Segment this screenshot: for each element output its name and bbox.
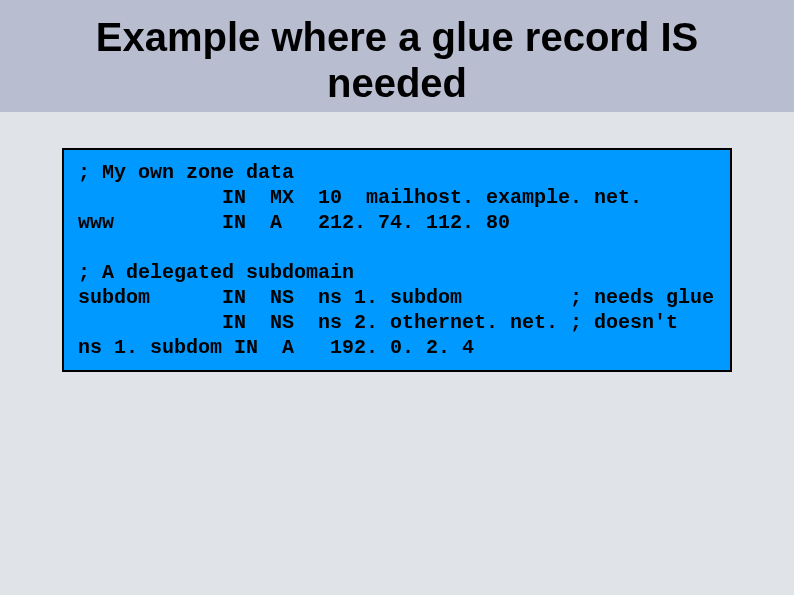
slide: Example where a glue record IS needed ; … — [0, 0, 794, 595]
code-line: IN MX 10 mailhost. example. net. — [78, 186, 642, 209]
title-band: Example where a glue record IS needed — [0, 0, 794, 112]
body-area: ; My own zone data IN MX 10 mailhost. ex… — [0, 112, 794, 372]
code-line: ns 1. subdom IN A 192. 0. 2. 4 — [78, 336, 474, 359]
code-line: subdom IN NS ns 1. subdom ; needs glue — [78, 286, 714, 309]
zone-file-code-block: ; My own zone data IN MX 10 mailhost. ex… — [62, 148, 732, 372]
code-line: www IN A 212. 74. 112. 80 — [78, 211, 510, 234]
title-line-2: needed — [327, 61, 467, 105]
code-line: IN NS ns 2. othernet. net. ; doesn't — [78, 311, 678, 334]
title-line-1: Example where a glue record IS — [96, 15, 698, 59]
code-line: ; A delegated subdomain — [78, 261, 354, 284]
slide-title: Example where a glue record IS needed — [0, 14, 794, 106]
code-line: ; My own zone data — [78, 161, 294, 184]
